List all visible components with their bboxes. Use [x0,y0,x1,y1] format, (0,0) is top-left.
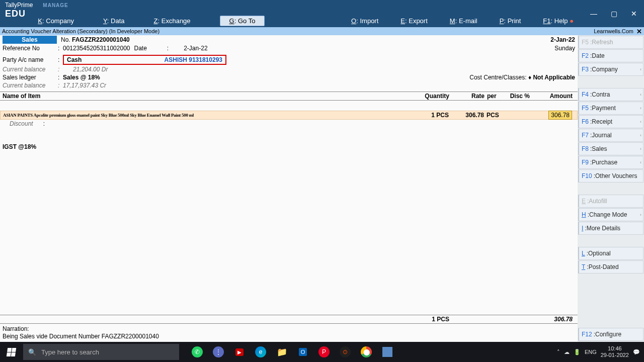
taskbar-chrome[interactable]: ⬤ [356,342,376,362]
total-amount: 306.78 [530,316,575,323]
party-cash: Cash [67,56,82,63]
manage-label: MANAGE [38,0,584,8]
item-rate: 306.78 [449,112,484,119]
tray-notifications-icon[interactable]: 💬 [633,349,640,355]
rp-configure[interactable]: F12: Configure [578,328,643,341]
rp-other[interactable]: F10: Other Vouchers [578,169,643,183]
voucher-date-header: 2-Jan-22 [550,36,575,43]
item-line[interactable]: ASIAN PAINTS Apcolite premium gloss enam… [0,111,578,120]
breadcrumb-text: Accounting Voucher Alteration (Secondary… [2,28,159,34]
taskbar-edge[interactable]: e [251,342,271,362]
titlebar: TallyPrime EDU MANAGE K: Company Y: Data… [0,0,644,27]
right-panel: F5: Refresh F2: Date F3: Company‹ F4: Co… [578,35,644,342]
item-per: PCS [484,112,504,119]
igst-line[interactable]: IGST @18% [0,143,578,151]
taskbar: 🔍 Type here to search ✆ ⋮ ▶ e 📁 O P ⊙ ⬤ … [0,342,644,362]
menu-help[interactable]: F1: Help ● [543,17,574,25]
rp-purchase[interactable]: F9: Purchase‹ [578,156,643,169]
close-icon[interactable]: ✕ [636,28,642,35]
item-qty: 1 PCS [409,112,449,119]
rp-refresh: F5: Refresh [578,36,643,49]
curbal-label-1: Current balance [3,66,58,73]
taskbar-outlook[interactable]: O [293,342,313,362]
sales-balance: 17,17,937.43 Cr [63,82,106,89]
taskbar-app-1[interactable]: ⋮ [208,342,228,362]
taskbar-youtube[interactable]: ▶ [229,342,250,362]
rp-receipt[interactable]: F6: Receipt‹ [578,115,643,128]
start-button[interactable] [0,342,22,362]
day-header: Sunday [554,45,575,52]
tray-chevron-icon[interactable]: ˄ [557,349,560,355]
narration-text[interactable]: Being Sales vide Document Number FAGZZR2… [0,333,578,342]
no-label: No. [57,36,72,43]
taskbar-whatsapp[interactable]: ✆ [187,342,207,362]
menu-goto[interactable]: G: Go To [220,16,265,26]
tray-clock[interactable]: 10:46 29-01-2022 [601,345,629,358]
item-table-header: Name of Item Quantity Rate per Disc % Am… [0,92,578,101]
taskbar-app-2[interactable]: ⊙ [335,342,355,362]
menu-print[interactable]: P: Print [500,17,521,25]
date-label: Date [134,45,146,52]
menu-email[interactable]: M: E-mail [450,17,477,25]
rp-optional[interactable]: L: Optional [578,247,643,260]
menu-import[interactable]: O: Import [351,17,378,25]
breadcrumb-site: Learnwells.Com [594,28,633,34]
item-amount[interactable]: 306.78 [548,111,572,120]
app-edu: EDU [5,9,33,19]
taskbar-pinterest[interactable]: P [314,342,334,362]
app-name: TallyPrime [5,2,33,9]
voucher-number[interactable]: FAGZZR2200001040 [72,36,130,43]
tray-cloud-icon[interactable]: ☁ [564,349,570,355]
tray-lang[interactable]: ENG [585,349,597,355]
party-balance: 21,204.00 Dr [73,66,108,73]
rp-journal[interactable]: F7: Journal‹ [578,129,643,142]
curbal-label-2: Current balance [3,82,58,89]
rp-autofill: E: Autofill [578,195,643,208]
rp-contra[interactable]: F4: Contra‹ [578,88,643,101]
discount-label: Discount [10,120,33,127]
menu-data[interactable]: Y: Data [103,17,125,25]
cost-centre[interactable]: Cost Centre/Classes: ♦ Not Applicable [469,74,575,81]
rp-more-details[interactable]: I: More Details [578,222,643,235]
ref-no[interactable]: 00123545205311002000 [63,45,130,52]
rp-sales[interactable]: F8: Sales‹ [578,142,643,155]
menu-export[interactable]: E: Export [400,17,427,25]
voucher-area: Sales No. FAGZZR2200001040 2-Jan-22 Refe… [0,35,578,342]
ref-label: Reference No [3,45,58,52]
rp-payment[interactable]: F5: Payment‹ [578,102,643,115]
party-label: Party A/c name [3,56,58,63]
salesledger-label: Sales ledger [3,74,58,81]
total-qty: 1 PCS [409,316,449,323]
taskbar-app-3[interactable] [377,342,397,362]
taskbar-explorer[interactable]: 📁 [272,342,292,362]
ref-date[interactable]: 2-Jan-22 [184,45,207,52]
window-minimize[interactable]: — [584,0,604,27]
breadcrumb-bar: Accounting Voucher Alteration (Secondary… [0,27,644,35]
menu-company[interactable]: K: Company [38,17,74,25]
window-close[interactable]: ✕ [624,0,644,27]
rp-change-mode[interactable]: H: Change Mode‹ [578,208,643,221]
voucher-type-badge: Sales [3,36,57,44]
top-menu: K: Company Y: Data Z: Exchange G: Go To … [38,14,584,27]
taskbar-search[interactable]: 🔍 Type here to search [23,344,179,360]
window-maximize[interactable]: ▢ [604,0,624,27]
tray-battery-icon[interactable]: 🔋 [574,349,581,355]
rp-date[interactable]: F2: Date [578,49,643,62]
sales-ledger[interactable]: Sales @ 18% [63,74,100,81]
party-ac-field[interactable]: Cash ASHISH 9131810293 [63,55,226,65]
rp-post-dated[interactable]: T: Post-Dated [578,260,643,274]
item-desc: ASIAN PAINTS Apcolite premium gloss enam… [3,113,409,118]
rp-company[interactable]: F3: Company‹ [578,63,643,76]
search-icon: 🔍 [28,348,36,356]
menu-exchange[interactable]: Z: Exchange [154,17,191,25]
party-name: ASHISH 9131810293 [165,56,222,63]
windows-icon [6,348,16,356]
narration-label: Narration: [0,324,578,333]
